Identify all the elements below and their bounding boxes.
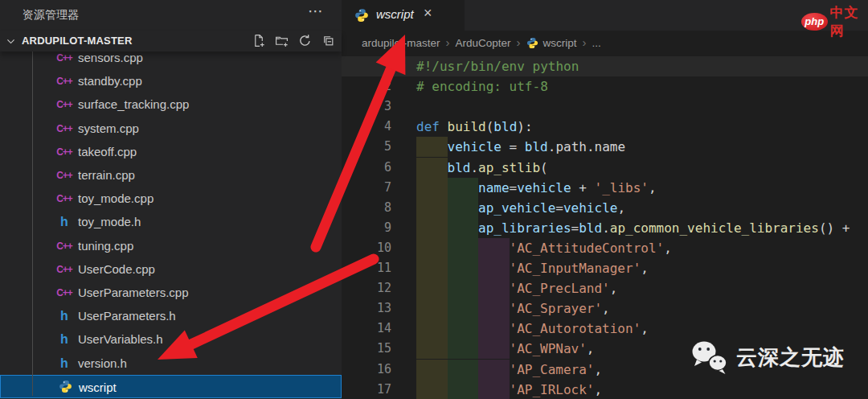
file-item-wscript[interactable]: wscript: [0, 375, 342, 398]
php-logo-icon: php: [801, 13, 828, 31]
more-actions-icon[interactable]: ⋯: [308, 2, 323, 20]
indent-guide-band: [448, 319, 479, 339]
code-text: 'AC_AttitudeControl',: [510, 238, 672, 258]
code-text: name=vehicle + '_libs',: [478, 178, 657, 198]
line-number: 6: [342, 158, 391, 178]
vscode-window: 资源管理器 ⋯ ARDUPILOT-MASTER C++sensors.cppC…: [0, 0, 868, 399]
code-line-11: 11'AC_InputManager',: [342, 258, 868, 278]
code-line-7: 7name=vehicle + '_libs',: [342, 178, 868, 198]
indent-guide-band: [448, 218, 479, 238]
php-cn-watermark: php 中文网: [801, 3, 868, 40]
cpp-file-icon: C++: [56, 167, 72, 183]
file-label: system.cpp: [78, 117, 139, 140]
indent-guide-band: [448, 380, 479, 399]
file-label: tuning.cpp: [78, 234, 133, 257]
close-tab-icon[interactable]: ×: [424, 5, 432, 22]
line-number: 17: [342, 380, 391, 399]
file-item-toy_mode.h[interactable]: htoy_mode.h: [0, 210, 342, 233]
indent-guide-band: [416, 258, 448, 278]
explorer-toolbar: [252, 34, 335, 47]
indent-guide-band: [416, 137, 448, 157]
file-item-version.h[interactable]: hversion.h: [0, 352, 342, 375]
line-number: 16: [342, 360, 391, 380]
indent-guide-band: [478, 298, 510, 319]
tab-bar: wscript ×: [342, 0, 868, 31]
file-item-terrain.cpp[interactable]: C++terrain.cpp: [0, 163, 342, 187]
code-line-14: 14'AC_Autorotation',: [342, 319, 868, 339]
breadcrumb-separator-icon: ›: [583, 35, 587, 49]
breadcrumb-item-wscript[interactable]: wscript: [543, 37, 577, 49]
code-line-8: 8ap_vehicle=vehicle,: [342, 198, 868, 218]
line-number: 3: [342, 97, 391, 117]
wechat-watermark: 云深之无迹: [690, 339, 845, 376]
indent-guide-band: [478, 258, 510, 278]
line-number: 5: [342, 137, 391, 157]
indent-guide-band: [448, 278, 479, 298]
cpp-file-icon: C++: [56, 261, 72, 277]
code-text: 'AP_IRLock',: [510, 380, 603, 399]
breadcrumb: ardupilot-master›ArduCopter›wscript›...: [342, 31, 868, 56]
code-line-13: 13'AC_Sprayer',: [342, 298, 868, 319]
code-text: ap_libraries=bld.ap_common_vehicle_libra…: [478, 218, 850, 238]
file-item-toy_mode.cpp[interactable]: C++toy_mode.cpp: [0, 187, 342, 210]
cpp-file-icon: C++: [56, 97, 72, 112]
folder-section-header[interactable]: ARDUPILOT-MASTER: [0, 31, 342, 51]
indent-guide-band: [416, 198, 448, 218]
indent-guide-band: [448, 178, 479, 198]
file-item-tuning.cpp[interactable]: C++tuning.cpp: [0, 234, 342, 257]
line-number: 15: [342, 339, 391, 359]
indent-guide-band: [416, 178, 448, 198]
file-label: takeoff.cpp: [78, 140, 137, 163]
collapse-all-icon[interactable]: [321, 34, 335, 47]
indent-guide-band: [448, 238, 479, 258]
file-item-UserParameters.h[interactable]: hUserParameters.h: [0, 304, 342, 327]
indent-guide-band: [478, 339, 510, 359]
code-text: def build(bld):: [416, 117, 533, 137]
code-line-10: 10'AC_AttitudeControl',: [342, 238, 868, 258]
file-label: toy_mode.cpp: [78, 187, 154, 210]
tab-wscript[interactable]: wscript ×: [342, 0, 465, 31]
indent-guide-band: [416, 360, 448, 380]
breadcrumb-separator-icon: ›: [446, 35, 450, 49]
file-item-sensors.cpp[interactable]: C++sensors.cpp: [0, 51, 342, 69]
cpp-file-icon: C++: [56, 191, 72, 206]
line-number: 8: [342, 198, 391, 218]
file-item-UserVariables.h[interactable]: hUserVariables.h: [0, 327, 342, 351]
indent-guide-band: [448, 258, 479, 278]
file-item-surface_tracking.cpp[interactable]: C++surface_tracking.cpp: [0, 93, 342, 116]
code-text: vehicle = bld.path.name: [448, 137, 626, 157]
new-file-icon[interactable]: [252, 34, 265, 47]
indent-guide-band: [416, 380, 448, 399]
line-number: 1: [342, 56, 391, 76]
code-text: 'AC_InputManager',: [510, 258, 649, 278]
breadcrumb-item-ardupilot-master[interactable]: ardupilot-master: [362, 37, 440, 49]
new-folder-icon[interactable]: [275, 34, 289, 47]
line-number: 10: [342, 238, 391, 258]
line-number: 12: [342, 278, 391, 298]
code-line-5: 5vehicle = bld.path.name: [342, 137, 868, 157]
file-label: wscript: [79, 376, 117, 399]
cpp-file-icon: C++: [56, 73, 72, 88]
file-item-UserCode.cpp[interactable]: C++UserCode.cpp: [0, 257, 342, 281]
code-text: ap_vehicle=vehicle,: [478, 198, 625, 218]
indent-guide-band: [416, 218, 448, 238]
python-icon: [354, 8, 369, 23]
file-label: standby.cpp: [78, 69, 142, 93]
code-text: bld.ap_stlib(: [448, 158, 548, 178]
python-icon: [526, 37, 538, 49]
file-item-standby.cpp[interactable]: C++standby.cpp: [0, 69, 342, 93]
h-file-icon: h: [56, 331, 72, 347]
code-text: 'AP_Camera',: [510, 360, 603, 380]
refresh-icon[interactable]: [298, 34, 312, 47]
indent-guide-band: [478, 278, 510, 298]
file-item-takeoff.cpp[interactable]: C++takeoff.cpp: [0, 140, 342, 163]
file-item-UserParameters.cpp[interactable]: C++UserParameters.cpp: [0, 281, 342, 304]
file-item-system.cpp[interactable]: C++system.cpp: [0, 117, 342, 140]
indent-guide-band: [478, 319, 510, 339]
breadcrumb-item--[interactable]: ...: [592, 37, 601, 49]
indent-guide-band: [478, 380, 510, 399]
line-number: 14: [342, 319, 391, 339]
code-line-4: 4def build(bld):: [342, 117, 868, 137]
breadcrumb-item-ArduCopter[interactable]: ArduCopter: [456, 37, 511, 49]
line-number: 2: [342, 76, 391, 97]
